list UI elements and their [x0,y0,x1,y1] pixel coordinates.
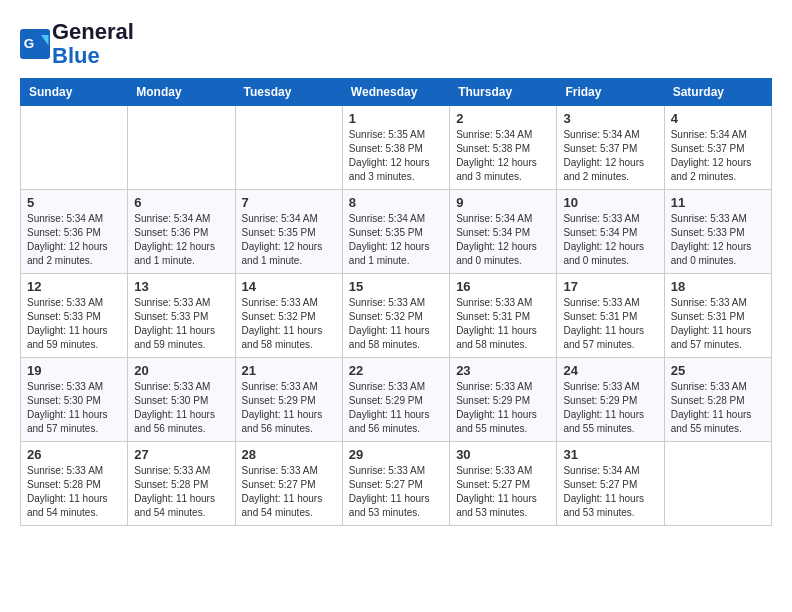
day-content: Sunrise: 5:33 AM Sunset: 5:33 PM Dayligh… [134,296,228,352]
day-content: Sunrise: 5:33 AM Sunset: 5:29 PM Dayligh… [563,380,657,436]
day-number: 15 [349,279,443,294]
svg-text:G: G [24,36,35,51]
calendar-cell [21,106,128,190]
day-number: 8 [349,195,443,210]
calendar-cell: 12Sunrise: 5:33 AM Sunset: 5:33 PM Dayli… [21,274,128,358]
calendar-cell: 1Sunrise: 5:35 AM Sunset: 5:38 PM Daylig… [342,106,449,190]
calendar-cell: 19Sunrise: 5:33 AM Sunset: 5:30 PM Dayli… [21,358,128,442]
logo-icon: G [20,29,50,59]
calendar-cell: 15Sunrise: 5:33 AM Sunset: 5:32 PM Dayli… [342,274,449,358]
day-content: Sunrise: 5:33 AM Sunset: 5:31 PM Dayligh… [563,296,657,352]
calendar-week-row: 1Sunrise: 5:35 AM Sunset: 5:38 PM Daylig… [21,106,772,190]
day-number: 29 [349,447,443,462]
day-content: Sunrise: 5:33 AM Sunset: 5:30 PM Dayligh… [27,380,121,436]
calendar-cell [235,106,342,190]
day-content: Sunrise: 5:34 AM Sunset: 5:34 PM Dayligh… [456,212,550,268]
day-content: Sunrise: 5:35 AM Sunset: 5:38 PM Dayligh… [349,128,443,184]
day-content: Sunrise: 5:34 AM Sunset: 5:35 PM Dayligh… [349,212,443,268]
calendar-cell: 17Sunrise: 5:33 AM Sunset: 5:31 PM Dayli… [557,274,664,358]
day-number: 9 [456,195,550,210]
day-content: Sunrise: 5:33 AM Sunset: 5:27 PM Dayligh… [349,464,443,520]
day-content: Sunrise: 5:33 AM Sunset: 5:33 PM Dayligh… [27,296,121,352]
calendar-cell: 25Sunrise: 5:33 AM Sunset: 5:28 PM Dayli… [664,358,771,442]
calendar-cell: 30Sunrise: 5:33 AM Sunset: 5:27 PM Dayli… [450,442,557,526]
calendar-cell: 20Sunrise: 5:33 AM Sunset: 5:30 PM Dayli… [128,358,235,442]
logo-text: GeneralBlue [52,20,134,68]
day-content: Sunrise: 5:34 AM Sunset: 5:35 PM Dayligh… [242,212,336,268]
calendar-cell: 4Sunrise: 5:34 AM Sunset: 5:37 PM Daylig… [664,106,771,190]
logo-blue: Blue [52,43,100,68]
calendar-header-row: SundayMondayTuesdayWednesdayThursdayFrid… [21,79,772,106]
day-content: Sunrise: 5:34 AM Sunset: 5:36 PM Dayligh… [27,212,121,268]
calendar-cell: 7Sunrise: 5:34 AM Sunset: 5:35 PM Daylig… [235,190,342,274]
day-content: Sunrise: 5:34 AM Sunset: 5:27 PM Dayligh… [563,464,657,520]
day-number: 25 [671,363,765,378]
header: G GeneralBlue [20,20,772,68]
day-content: Sunrise: 5:33 AM Sunset: 5:31 PM Dayligh… [456,296,550,352]
calendar-cell: 2Sunrise: 5:34 AM Sunset: 5:38 PM Daylig… [450,106,557,190]
calendar-cell: 9Sunrise: 5:34 AM Sunset: 5:34 PM Daylig… [450,190,557,274]
day-number: 27 [134,447,228,462]
calendar-cell: 3Sunrise: 5:34 AM Sunset: 5:37 PM Daylig… [557,106,664,190]
calendar-day-header: Tuesday [235,79,342,106]
day-content: Sunrise: 5:34 AM Sunset: 5:37 PM Dayligh… [563,128,657,184]
calendar-week-row: 26Sunrise: 5:33 AM Sunset: 5:28 PM Dayli… [21,442,772,526]
calendar-day-header: Monday [128,79,235,106]
day-content: Sunrise: 5:33 AM Sunset: 5:30 PM Dayligh… [134,380,228,436]
calendar-cell: 28Sunrise: 5:33 AM Sunset: 5:27 PM Dayli… [235,442,342,526]
day-number: 17 [563,279,657,294]
day-content: Sunrise: 5:33 AM Sunset: 5:28 PM Dayligh… [27,464,121,520]
day-number: 12 [27,279,121,294]
calendar-cell [128,106,235,190]
calendar-cell: 31Sunrise: 5:34 AM Sunset: 5:27 PM Dayli… [557,442,664,526]
day-number: 11 [671,195,765,210]
calendar-week-row: 5Sunrise: 5:34 AM Sunset: 5:36 PM Daylig… [21,190,772,274]
calendar-week-row: 12Sunrise: 5:33 AM Sunset: 5:33 PM Dayli… [21,274,772,358]
calendar-cell: 24Sunrise: 5:33 AM Sunset: 5:29 PM Dayli… [557,358,664,442]
day-number: 22 [349,363,443,378]
calendar-cell: 29Sunrise: 5:33 AM Sunset: 5:27 PM Dayli… [342,442,449,526]
day-content: Sunrise: 5:33 AM Sunset: 5:27 PM Dayligh… [456,464,550,520]
day-number: 3 [563,111,657,126]
day-number: 19 [27,363,121,378]
calendar-cell: 16Sunrise: 5:33 AM Sunset: 5:31 PM Dayli… [450,274,557,358]
day-number: 16 [456,279,550,294]
day-content: Sunrise: 5:33 AM Sunset: 5:32 PM Dayligh… [242,296,336,352]
calendar-cell: 21Sunrise: 5:33 AM Sunset: 5:29 PM Dayli… [235,358,342,442]
calendar-cell: 22Sunrise: 5:33 AM Sunset: 5:29 PM Dayli… [342,358,449,442]
calendar-cell: 14Sunrise: 5:33 AM Sunset: 5:32 PM Dayli… [235,274,342,358]
calendar: SundayMondayTuesdayWednesdayThursdayFrid… [20,78,772,526]
day-content: Sunrise: 5:33 AM Sunset: 5:29 PM Dayligh… [349,380,443,436]
day-number: 21 [242,363,336,378]
day-content: Sunrise: 5:33 AM Sunset: 5:27 PM Dayligh… [242,464,336,520]
day-number: 26 [27,447,121,462]
day-number: 10 [563,195,657,210]
day-content: Sunrise: 5:33 AM Sunset: 5:29 PM Dayligh… [456,380,550,436]
calendar-cell [664,442,771,526]
calendar-cell: 8Sunrise: 5:34 AM Sunset: 5:35 PM Daylig… [342,190,449,274]
day-content: Sunrise: 5:33 AM Sunset: 5:28 PM Dayligh… [671,380,765,436]
day-number: 14 [242,279,336,294]
calendar-cell: 18Sunrise: 5:33 AM Sunset: 5:31 PM Dayli… [664,274,771,358]
calendar-cell: 11Sunrise: 5:33 AM Sunset: 5:33 PM Dayli… [664,190,771,274]
day-number: 30 [456,447,550,462]
day-number: 4 [671,111,765,126]
calendar-cell: 13Sunrise: 5:33 AM Sunset: 5:33 PM Dayli… [128,274,235,358]
day-number: 13 [134,279,228,294]
day-number: 5 [27,195,121,210]
day-content: Sunrise: 5:34 AM Sunset: 5:37 PM Dayligh… [671,128,765,184]
day-number: 31 [563,447,657,462]
day-number: 28 [242,447,336,462]
calendar-cell: 10Sunrise: 5:33 AM Sunset: 5:34 PM Dayli… [557,190,664,274]
day-number: 2 [456,111,550,126]
day-number: 6 [134,195,228,210]
logo: G GeneralBlue [20,20,134,68]
calendar-week-row: 19Sunrise: 5:33 AM Sunset: 5:30 PM Dayli… [21,358,772,442]
calendar-day-header: Friday [557,79,664,106]
day-content: Sunrise: 5:33 AM Sunset: 5:32 PM Dayligh… [349,296,443,352]
calendar-day-header: Sunday [21,79,128,106]
day-content: Sunrise: 5:34 AM Sunset: 5:38 PM Dayligh… [456,128,550,184]
calendar-cell: 27Sunrise: 5:33 AM Sunset: 5:28 PM Dayli… [128,442,235,526]
day-number: 7 [242,195,336,210]
day-content: Sunrise: 5:33 AM Sunset: 5:31 PM Dayligh… [671,296,765,352]
